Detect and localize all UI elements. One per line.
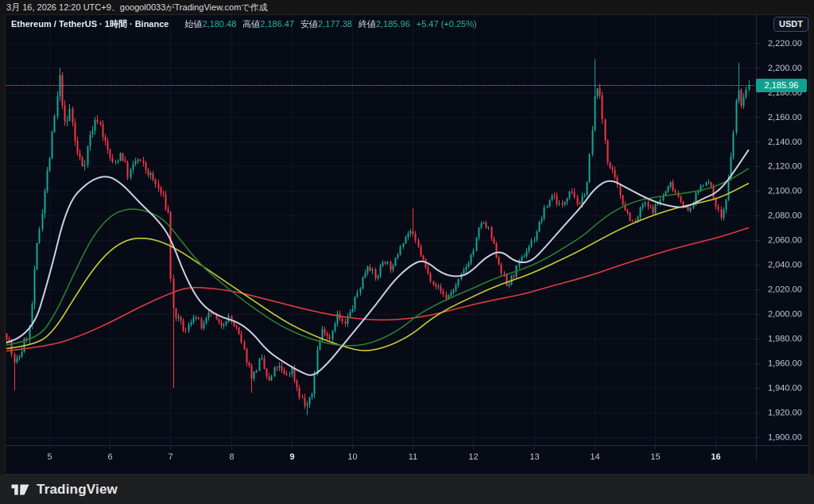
high-value: 2,186.47 [260, 19, 294, 29]
open-value: 2,180.48 [202, 19, 236, 29]
tradingview-snapshot-page: 3月 16, 2026 12:20 UTC+9、googol0033がTradi… [0, 0, 814, 504]
close-label: 終値 [359, 19, 376, 29]
change-value: +5.47 (+0.25%) [417, 19, 477, 29]
current-price-badge: 2,185.96 [756, 79, 807, 92]
symbol-title[interactable]: Ethereum / TetherUS · 1時間 · Binance [11, 19, 169, 29]
price-chart-canvas[interactable] [0, 0, 814, 504]
high-label: 高値 [242, 19, 260, 29]
low-label: 安値 [300, 19, 318, 29]
currency-toggle-button[interactable]: USDT [773, 17, 808, 32]
bottom-brand-bar: TradingView [0, 475, 814, 504]
close-value: 2,185.96 [376, 19, 410, 29]
open-label: 始値 [184, 19, 202, 29]
brand-text: TradingView [37, 482, 118, 498]
low-value: 2,177.38 [318, 19, 352, 29]
chart-legend[interactable]: Ethereum / TetherUS · 1時間 · Binance始値2,1… [11, 18, 477, 30]
tradingview-logo-icon [10, 481, 31, 498]
